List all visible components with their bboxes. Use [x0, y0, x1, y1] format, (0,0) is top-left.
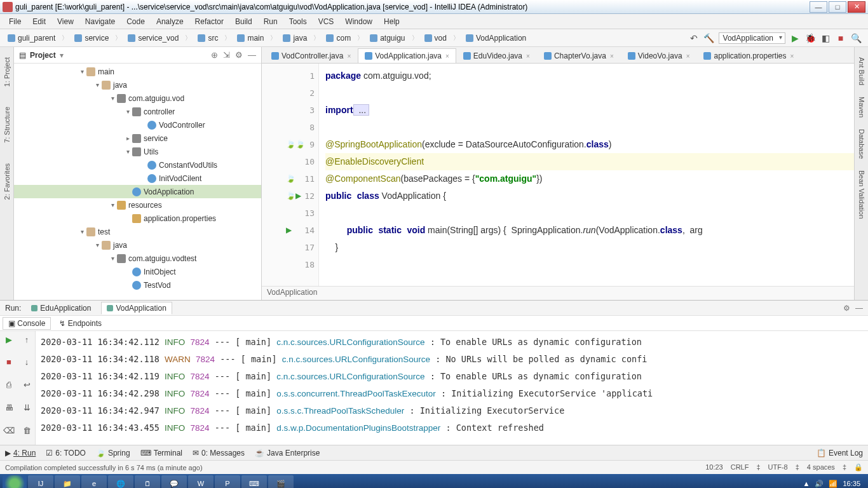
tool-project[interactable]: 1: Project [2, 53, 12, 90]
crumb-root[interactable]: guli_parent [4, 32, 59, 44]
menu-code[interactable]: Code [121, 16, 150, 27]
crumb[interactable]: java [279, 32, 311, 44]
tree-node[interactable]: InitVodCilent [14, 172, 261, 185]
menu-view[interactable]: View [52, 16, 79, 27]
tree-node[interactable]: ▸service [14, 132, 261, 145]
tool-database[interactable]: Database [857, 125, 867, 163]
crumb[interactable]: main [233, 32, 268, 44]
indent[interactable]: 4 spaces [807, 463, 835, 471]
run-config-combo[interactable]: VodApplication [719, 32, 785, 44]
line-sep[interactable]: CRLF [731, 463, 749, 471]
encoding[interactable]: UTF-8 [768, 463, 788, 471]
run-icon[interactable]: ▶ [789, 32, 801, 44]
run-config-edu[interactable]: EduApplication [26, 302, 96, 314]
menu-navigate[interactable]: Navigate [80, 16, 120, 27]
tree-node[interactable]: ▾com.atguigu.vod [14, 92, 261, 105]
debug-icon[interactable]: 🐞 [804, 32, 816, 44]
crumb[interactable]: atguigu [366, 32, 409, 44]
close-button[interactable]: ✕ [848, 1, 865, 13]
tool-maven[interactable]: Maven [857, 93, 867, 121]
endpoints-tab[interactable]: ↯ Endpoints [53, 317, 107, 330]
tool-ant[interactable]: Ant Build [857, 53, 867, 89]
menu-refactor[interactable]: Refactor [190, 16, 229, 27]
task-item[interactable]: 🗒 [135, 475, 160, 488]
crumb[interactable]: service_vod [124, 32, 182, 44]
collapse-icon[interactable]: ⇲ [223, 50, 230, 60]
scroll-icon[interactable]: ⇊ [18, 399, 36, 416]
menu-window[interactable]: Window [340, 16, 377, 27]
editor-tab[interactable]: VodApplication.java× [358, 48, 456, 63]
attach-icon[interactable]: ⎙ [0, 377, 18, 393]
clock[interactable]: 16:35 [843, 480, 860, 487]
minimize-button[interactable]: — [810, 1, 827, 13]
tray-icon[interactable]: 📶 [829, 480, 837, 488]
task-item[interactable]: 🎬 [268, 475, 294, 488]
tool-structure[interactable]: 7: Structure [2, 103, 12, 147]
menu-analyze[interactable]: Analyze [151, 16, 189, 27]
coverage-icon[interactable]: ◧ [820, 32, 831, 44]
task-item[interactable]: e [81, 475, 107, 488]
lock-icon[interactable]: 🔒 [854, 463, 863, 471]
terminal-tab[interactable]: ⌨ Terminal [140, 449, 182, 458]
java-ee-tab[interactable]: ☕ Java Enterprise [255, 449, 320, 458]
task-item[interactable]: IJ [28, 475, 53, 488]
hide-icon[interactable]: — [855, 304, 863, 313]
menu-file[interactable]: File [4, 16, 26, 27]
editor-tab[interactable]: EduVideo.java× [456, 48, 537, 63]
console-output[interactable]: 2020-03-11 16:34:42.112 INFO 7824 --- [ … [36, 331, 868, 445]
menu-build[interactable]: Build [230, 16, 257, 27]
stop-icon[interactable]: ■ [835, 32, 846, 44]
project-tree[interactable]: ▾main▾java▾com.atguigu.vod▾controllerVod… [14, 64, 261, 300]
code-editor[interactable]: package com.atguigu.vod; import ... @Spr… [319, 64, 854, 286]
tree-node[interactable]: ▾controller [14, 105, 261, 118]
crumb[interactable]: src [194, 32, 222, 44]
task-item[interactable]: 📁 [55, 475, 80, 488]
system-tray[interactable]: ▲ 🔊 📶 16:35 [803, 480, 865, 488]
gear-icon[interactable]: ⚙ [843, 304, 850, 313]
task-item[interactable]: W [188, 475, 214, 488]
up-icon[interactable]: ↑ [18, 331, 36, 348]
tree-node[interactable]: application.properties [14, 212, 261, 225]
task-item[interactable]: P [215, 475, 240, 488]
tree-node[interactable]: TestVod [14, 278, 261, 292]
event-log-tab[interactable]: 📋 Event Log [817, 449, 863, 458]
tree-node[interactable]: ▾main [14, 65, 261, 78]
tree-node[interactable]: InitObject [14, 265, 261, 278]
tree-node[interactable]: ▾java [14, 238, 261, 252]
crumb[interactable]: com [322, 32, 355, 44]
editor-tab[interactable]: application.properties× [696, 48, 801, 63]
rerun-icon[interactable]: ▶ [0, 331, 18, 348]
trash-icon[interactable]: 🗑 [18, 422, 36, 438]
target-icon[interactable]: ⊕ [211, 50, 218, 60]
task-item[interactable]: 🌐 [108, 475, 133, 488]
editor-tab[interactable]: VodController.java× [264, 48, 358, 63]
console-tab[interactable]: ▣ Console [3, 317, 51, 330]
menu-run[interactable]: Run [259, 16, 283, 27]
search-icon[interactable]: 🔍 [850, 32, 862, 44]
crumb[interactable]: vod [421, 32, 451, 44]
tree-node[interactable]: VodController [14, 118, 261, 132]
editor-tab[interactable]: VideoVo.java× [621, 48, 697, 63]
stop-icon[interactable]: ■ [0, 354, 18, 370]
crumb-file[interactable]: VodApplication [462, 32, 530, 44]
spring-tab[interactable]: 🍃 Spring [96, 449, 130, 458]
back-icon[interactable]: ↶ [688, 32, 700, 44]
print-icon[interactable]: 🖶 [0, 399, 18, 416]
build-icon[interactable]: 🔨 [703, 32, 715, 44]
menu-edit[interactable]: Edit [27, 16, 51, 27]
messages-tab[interactable]: ✉ 0: Messages [193, 449, 245, 458]
crumb[interactable]: service [71, 32, 112, 44]
clear-icon[interactable]: ⌫ [0, 422, 18, 438]
start-button[interactable] [3, 475, 27, 488]
menu-tools[interactable]: Tools [284, 16, 312, 27]
gear-icon[interactable]: ⚙ [235, 50, 243, 60]
tray-icon[interactable]: ▲ [803, 480, 810, 487]
tree-node[interactable]: ▾java [14, 78, 261, 92]
editor-breadcrumb[interactable]: VodApplication [262, 286, 854, 300]
task-item[interactable]: ⌨ [241, 475, 267, 488]
tree-node[interactable]: ▾test [14, 225, 261, 238]
tree-node[interactable]: ConstantVodUtils [14, 158, 261, 172]
tree-node[interactable]: ▾com.atguigu.vodtest [14, 252, 261, 265]
tree-node[interactable]: ▾resources [14, 198, 261, 212]
tool-favorites[interactable]: 2: Favorites [2, 159, 12, 203]
